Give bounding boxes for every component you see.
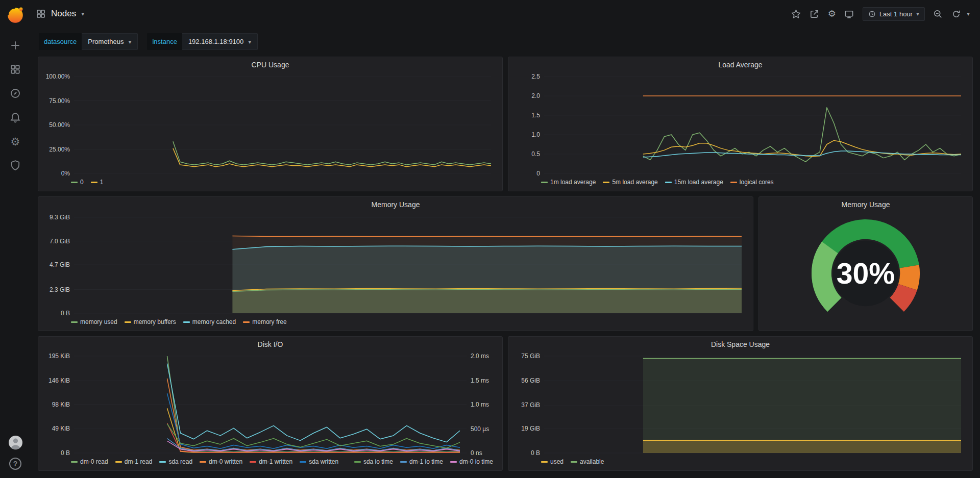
svg-text:2.0 ms: 2.0 ms — [471, 353, 489, 360]
clock-icon — [868, 10, 876, 18]
legend-swatch — [159, 461, 166, 463]
panel-title[interactable]: Disk Space Usage — [508, 337, 972, 352]
load-average-legend: 1m load average5m load average15m load a… — [511, 178, 969, 189]
grafana-logo[interactable] — [6, 5, 25, 24]
legend-item-sda-io-time[interactable]: sda io time — [354, 458, 393, 465]
legend-item-memory-used[interactable]: memory used — [71, 318, 117, 325]
memory-usage-chart[interactable]: 0 B2.3 GiB4.7 GiB7.0 GiB9.3 GiB20:1520:2… — [38, 212, 753, 331]
svg-text:75.00%: 75.00% — [49, 97, 70, 105]
variable-instance: instance 192.168.1.18:9100 ▾ — [147, 33, 258, 50]
legend-item-dm-1-read[interactable]: dm-1 read — [115, 458, 153, 465]
legend-item-sda-read[interactable]: sda read — [159, 458, 192, 465]
legend-swatch — [603, 182, 609, 183]
panel-memory-usage: Memory Usage 0 B2.3 GiB4.7 GiB7.0 GiB9.3… — [38, 196, 753, 331]
svg-text:37 GiB: 37 GiB — [521, 401, 540, 409]
load-average-plot[interactable]: 00.51.01.52.02.520:1520:2020:2520:3020:3… — [511, 72, 969, 178]
shield-icon[interactable] — [10, 160, 21, 171]
refresh-icon[interactable] — [951, 9, 962, 19]
legend-item-logical-cores[interactable]: logical cores — [730, 179, 774, 186]
explore-compass-icon[interactable] — [10, 88, 21, 99]
memory-gauge-chart[interactable]: 30% — [759, 212, 972, 331]
panel-title[interactable]: CPU Usage — [38, 57, 502, 72]
svg-text:9.3 GiB: 9.3 GiB — [50, 214, 70, 221]
memory-usage-legend: memory usedmemory buffersmemory cachedme… — [41, 317, 750, 329]
load-average-chart[interactable]: 00.51.01.52.02.520:1520:2020:2520:3020:3… — [508, 72, 972, 191]
svg-text:0 B: 0 B — [531, 449, 540, 457]
legend-item-5m-load-average[interactable]: 5m load average — [603, 179, 657, 186]
main-area: Nodes ▾ ⚙ Last 1 hour ▾ — [31, 0, 980, 478]
memory-usage-plot[interactable]: 0 B2.3 GiB4.7 GiB7.0 GiB9.3 GiB20:1520:2… — [41, 212, 750, 317]
legend-swatch — [243, 321, 250, 323]
legend-swatch — [450, 461, 457, 463]
star-icon[interactable] — [791, 9, 801, 19]
legend-item-1[interactable]: 1 — [91, 179, 104, 186]
time-range-picker[interactable]: Last 1 hour ▾ — [863, 7, 925, 21]
legend-label: memory free — [252, 318, 286, 325]
dashboard-title-button[interactable]: Nodes ▾ — [36, 9, 84, 19]
svg-text:56 GiB: 56 GiB — [521, 377, 540, 384]
disk-io-plot[interactable]: 0 B49 KiB98 KiB146 KiB195 KiB0 ns500 µs1… — [41, 352, 499, 457]
svg-text:146 KiB: 146 KiB — [48, 377, 70, 384]
legend-item-15m-load-average[interactable]: 15m load average — [665, 179, 723, 186]
datasource-value: Prometheus — [88, 38, 124, 45]
svg-text:98 KiB: 98 KiB — [52, 401, 70, 408]
legend-item-dm-1-io-time[interactable]: dm-1 io time — [400, 458, 443, 465]
legend-item-memory-cached[interactable]: memory cached — [183, 318, 236, 325]
disk-io-chart[interactable]: 0 B49 KiB98 KiB146 KiB195 KiB0 ns500 µs1… — [38, 352, 502, 470]
refresh-interval-caret-icon[interactable]: ▾ — [967, 10, 970, 17]
legend-label: 1m load average — [550, 179, 596, 186]
help-icon[interactable]: ? — [9, 458, 21, 470]
legend-item-memory-free[interactable]: memory free — [243, 318, 286, 325]
legend-label: 0 — [80, 179, 84, 186]
legend-item-1m-load-average[interactable]: 1m load average — [541, 179, 596, 186]
memory-gauge-plot[interactable]: 30% — [762, 212, 969, 329]
monitor-icon[interactable] — [844, 9, 854, 19]
settings-gear-icon[interactable]: ⚙ — [828, 9, 836, 18]
legend-label: dm-0 io time — [459, 458, 493, 465]
legend-label: dm-1 io time — [409, 458, 443, 465]
disk-space-usage-chart[interactable]: 0 B19 GiB37 GiB56 GiB75 GiB20:1520:2020:… — [508, 352, 972, 470]
panel-title[interactable]: Load Average — [508, 57, 972, 72]
row-2: Memory Usage 0 B2.3 GiB4.7 GiB7.0 GiB9.3… — [38, 196, 973, 331]
cpu-usage-chart[interactable]: 0%25.00%50.00%75.00%100.00%20:1520:2020:… — [38, 72, 502, 191]
panel-disk-io: Disk I/O 0 B49 KiB98 KiB146 KiB195 KiB0 … — [38, 336, 503, 471]
navbar-actions: ⚙ Last 1 hour ▾ ▾ — [791, 7, 970, 21]
panel-grid: CPU Usage 0%25.00%50.00%75.00%100.00%20:… — [31, 57, 980, 478]
alerting-bell-icon[interactable] — [10, 112, 21, 123]
legend-item-available[interactable]: available — [571, 458, 604, 465]
legend-item-0[interactable]: 0 — [71, 179, 84, 186]
instance-dropdown[interactable]: 192.168.1.18:9100 ▾ — [182, 33, 258, 50]
legend-label: logical cores — [740, 179, 774, 186]
legend-item-dm-0-written[interactable]: dm-0 written — [200, 458, 242, 465]
legend-item-used[interactable]: used — [541, 458, 564, 465]
navbar: Nodes ▾ ⚙ Last 1 hour ▾ — [31, 0, 980, 28]
cpu-usage-plot[interactable]: 0%25.00%50.00%75.00%100.00%20:1520:2020:… — [41, 72, 499, 178]
search-minus-icon[interactable] — [933, 9, 943, 19]
dashboard-variables: datasource Prometheus ▾ instance 192.168… — [31, 28, 980, 57]
panel-title[interactable]: Memory Usage — [759, 197, 972, 212]
legend-label: used — [550, 458, 564, 465]
panel-cpu-usage: CPU Usage 0%25.00%50.00%75.00%100.00%20:… — [38, 57, 503, 191]
legend-item-sda-written[interactable]: sda written — [300, 458, 338, 465]
legend-swatch — [571, 461, 577, 463]
panel-title[interactable]: Disk I/O — [38, 337, 502, 352]
legend-item-dm-1-written[interactable]: dm-1 written — [250, 458, 292, 465]
plus-icon[interactable] — [10, 40, 21, 51]
legend-label: sda io time — [363, 458, 393, 465]
legend-label: available — [580, 458, 604, 465]
legend-item-dm-0-io-time[interactable]: dm-0 io time — [450, 458, 493, 465]
avatar[interactable] — [9, 436, 22, 449]
legend-swatch — [250, 461, 256, 463]
legend-swatch — [300, 461, 306, 463]
legend-item-memory-buffers[interactable]: memory buffers — [125, 318, 176, 325]
disk-space-usage-plot[interactable]: 0 B19 GiB37 GiB56 GiB75 GiB20:1520:2020:… — [511, 352, 969, 457]
dashboards-icon[interactable] — [10, 64, 21, 75]
panel-title[interactable]: Memory Usage — [38, 197, 753, 212]
gear-icon[interactable]: ⚙ — [10, 136, 21, 147]
datasource-dropdown[interactable]: Prometheus ▾ — [82, 33, 138, 50]
legend-item-dm-0-read[interactable]: dm-0 read — [71, 458, 108, 465]
svg-text:100.00%: 100.00% — [46, 73, 70, 80]
svg-text:1.5: 1.5 — [531, 112, 540, 119]
instance-value: 192.168.1.18:9100 — [188, 38, 243, 45]
share-icon[interactable] — [810, 9, 820, 19]
